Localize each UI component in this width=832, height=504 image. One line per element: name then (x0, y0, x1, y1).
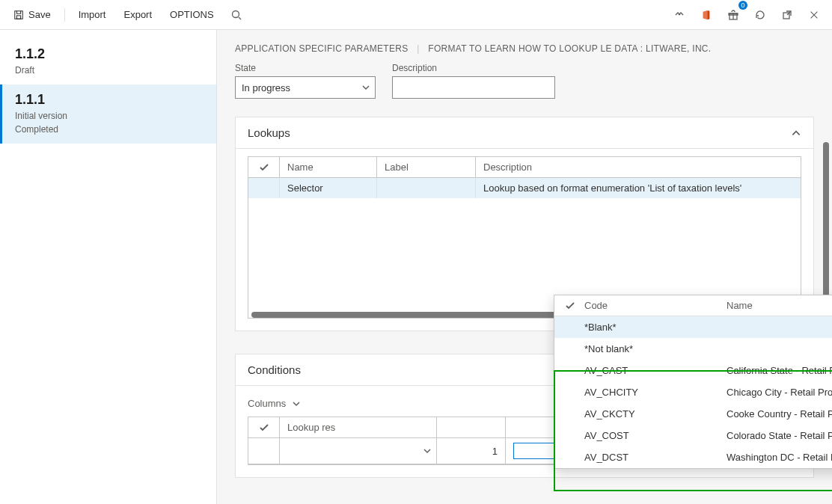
breadcrumb: APPLICATION SPECIFIC PARAMETERS | FORMAT… (235, 43, 814, 54)
link-button[interactable] (667, 3, 691, 27)
options-button[interactable]: OPTIONS (162, 4, 221, 25)
row-check[interactable] (248, 178, 280, 198)
notification-count: 0 (738, 1, 747, 10)
export-label: Export (123, 9, 152, 20)
description-input[interactable] (392, 76, 555, 99)
top-toolbar: Save Import Export OPTIONS 0 (0, 0, 832, 30)
dd-code: AV_DCST (584, 452, 727, 463)
dd-name: Colorado State - Retail Prod (727, 430, 832, 441)
row-selected-indicator[interactable] (248, 438, 280, 464)
svg-point-2 (232, 10, 239, 17)
save-icon (13, 10, 24, 20)
gift-icon (727, 9, 739, 21)
description-label: Description (392, 63, 555, 73)
close-icon (809, 10, 819, 20)
row-label (377, 178, 476, 198)
version-title: 1.1.1 (15, 92, 201, 108)
dd-name: Chicago City - Retail Prod (727, 387, 832, 398)
cond-header-lookup[interactable]: Lookup res (280, 417, 437, 438)
breadcrumb-b: FORMAT TO LEARN HOW TO LOOKUP LE DATA : … (428, 43, 711, 54)
state-field: State In progress (235, 63, 376, 99)
import-button[interactable]: Import (71, 4, 114, 25)
options-label: OPTIONS (170, 9, 214, 20)
popout-button[interactable] (775, 3, 799, 27)
columns-label: Columns (248, 398, 286, 409)
version-sidebar: 1.1.2 Draft 1.1.1 Initial version Comple… (0, 30, 217, 504)
breadcrumb-a: APPLICATION SPECIFIC PARAMETERS (235, 43, 409, 54)
state-value: In progress (242, 82, 290, 93)
chevron-down-icon (423, 446, 432, 455)
dd-code: AV_CHCITY (584, 387, 727, 398)
popout-icon (781, 9, 793, 21)
grid-header-check[interactable] (248, 157, 280, 177)
code-dropdown[interactable]: Code Name *Blank* *Not blank* AV_CAST Ca… (554, 295, 832, 469)
search-button[interactable] (224, 3, 248, 27)
office-icon (701, 10, 712, 20)
main-content: APPLICATION SPECIFIC PARAMETERS | FORMAT… (217, 30, 832, 504)
close-button[interactable] (802, 3, 826, 27)
dd-header-code[interactable]: Code (584, 300, 727, 311)
version-status: Draft (15, 65, 201, 76)
cond-header-line[interactable] (437, 417, 506, 438)
dd-code: *Blank* (584, 322, 727, 333)
chevron-down-icon (292, 399, 301, 408)
grid-header-label[interactable]: Label (377, 157, 476, 177)
line-cell[interactable]: 1 (437, 438, 506, 464)
import-label: Import (79, 9, 106, 20)
line-value: 1 (492, 446, 498, 457)
dd-name: Washington DC - Retail Prod (727, 452, 832, 463)
dd-row-not-blank[interactable]: *Not blank* (554, 338, 832, 360)
dd-code: AV_CKCTY (584, 408, 727, 420)
svg-rect-0 (15, 10, 23, 19)
save-button[interactable]: Save (6, 4, 58, 25)
dd-name: Cooke Country - Retail Prod (727, 408, 832, 420)
dd-code: AV_COST (584, 430, 727, 441)
breadcrumb-separator: | (417, 43, 419, 54)
cond-header-check[interactable] (248, 417, 280, 438)
notifications-button[interactable]: 0 (721, 3, 745, 27)
state-label: State (235, 63, 376, 73)
refresh-button[interactable] (748, 3, 772, 27)
dd-code: *Not blank* (584, 343, 727, 354)
description-field: Description (392, 63, 555, 99)
grid-header-name[interactable]: Name (280, 157, 377, 177)
save-label: Save (28, 9, 51, 20)
dd-row-av-cast[interactable]: AV_CAST California State - Retail Prod (554, 360, 832, 381)
dd-header-name[interactable]: Name (727, 300, 832, 311)
chevron-down-icon (361, 83, 370, 92)
version-desc: Initial version (15, 111, 201, 121)
conditions-title: Conditions (248, 363, 301, 376)
version-item-1.1.1[interactable]: 1.1.1 Initial version Completed (0, 84, 216, 144)
dd-header-check[interactable] (565, 301, 584, 311)
search-icon (230, 9, 242, 21)
dd-row-av-ckcty[interactable]: AV_CKCTY Cooke Country - Retail Prod (554, 403, 832, 425)
version-title: 1.1.2 (15, 46, 201, 62)
lookups-row[interactable]: Selector Lookup based on format enumerat… (248, 178, 801, 198)
dd-row-av-chcity[interactable]: AV_CHCITY Chicago City - Retail Prod (554, 381, 832, 403)
lookup-result-cell[interactable] (280, 438, 437, 464)
svg-rect-1 (16, 15, 20, 18)
collapse-button[interactable] (791, 128, 801, 138)
dd-row-av-dcst[interactable]: AV_DCST Washington DC - Retail Prod (554, 446, 832, 468)
dd-name: California State - Retail Prod (727, 365, 832, 376)
row-desc: Lookup based on format enumeration 'List… (476, 178, 801, 198)
dd-row-blank[interactable]: *Blank* (554, 316, 832, 338)
toolbar-separator (64, 8, 65, 22)
dd-row-av-cost[interactable]: AV_COST Colorado State - Retail Prod (554, 425, 832, 446)
dd-code: AV_CAST (584, 365, 727, 376)
refresh-icon (754, 9, 766, 21)
row-name: Selector (280, 178, 377, 198)
link-icon (673, 9, 685, 21)
version-status: Completed (15, 124, 201, 135)
office-button[interactable] (694, 3, 718, 27)
export-button[interactable]: Export (116, 4, 159, 25)
state-select[interactable]: In progress (235, 76, 376, 99)
grid-header-desc[interactable]: Description (476, 157, 801, 177)
lookups-title: Lookups (248, 126, 290, 139)
version-item-1.1.2[interactable]: 1.1.2 Draft (0, 39, 216, 84)
